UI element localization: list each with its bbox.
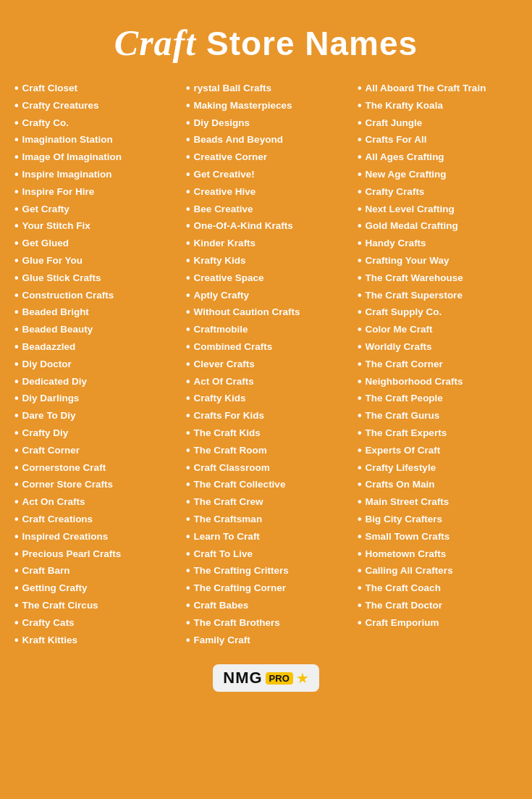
list-item: •All Aboard The Craft Train — [358, 81, 518, 96]
list-item: •Get Crafty — [14, 202, 174, 217]
bullet-icon: • — [358, 185, 362, 200]
list-item: •Calling All Crafters — [358, 564, 518, 579]
list-item: •Next Level Crafting — [358, 202, 518, 217]
list-item: •Craft Closet — [14, 81, 174, 96]
bullet-icon: • — [186, 202, 190, 217]
bullet-icon: • — [358, 322, 362, 338]
bullet-icon: • — [186, 409, 190, 424]
footer: NMG PRO ★ — [14, 664, 518, 692]
list-item-text: Neighborhood Crafts — [366, 375, 463, 389]
list-item: •Inspire Imagination — [14, 167, 174, 183]
page-title: Craft Store Names — [14, 22, 518, 64]
list-item-text: Big City Crafters — [366, 512, 443, 527]
list-item-text: Kinder Krafts — [194, 236, 256, 251]
column-1: •Craft Closet•Crafty Creatures•Crafty Co… — [14, 81, 180, 650]
list-item: •The Craft Circus — [14, 598, 174, 614]
list-item: •One-Of-A-Kind Krafts — [186, 219, 346, 234]
list-item: •Your Stitch Fix — [14, 219, 174, 234]
list-item: •Dedicated Diy — [14, 375, 174, 390]
bullet-icon: • — [14, 185, 19, 200]
list-item-text: Getting Crafty — [22, 581, 88, 595]
nmg-text: NMG — [223, 669, 262, 687]
list-item-text: Act Of Crafts — [194, 375, 254, 389]
columns-container: •Craft Closet•Crafty Creatures•Crafty Co… — [14, 81, 518, 650]
list-item-text: The Craft Corner — [366, 357, 443, 372]
bullet-icon: • — [186, 81, 190, 96]
list-item: •Crafts On Main — [358, 477, 518, 493]
bullet-icon: • — [358, 477, 362, 493]
list-item-text: Crafting Your Way — [366, 254, 449, 268]
list-item: •Creative Corner — [186, 150, 346, 165]
list-item-text: The Craft Kids — [194, 426, 261, 440]
list-item-text: Craft Closet — [22, 81, 78, 96]
list-item: •Dare To Diy — [14, 409, 174, 424]
list-item: •Craft Creations — [14, 512, 174, 527]
list-item-text: Get Crafty — [22, 202, 69, 217]
list-item: •Clever Crafts — [186, 357, 346, 372]
list-item-text: Image Of Imagination — [22, 150, 122, 164]
bullet-icon: • — [186, 530, 190, 545]
bullet-icon: • — [14, 375, 19, 390]
list-item-text: Crafty Co. — [22, 116, 69, 130]
list-item-text: Cornerstone Craft — [22, 461, 106, 475]
list-item: •Small Town Crafts — [358, 530, 518, 545]
list-item-text: Krafty Kids — [194, 254, 246, 268]
bullet-icon: • — [358, 202, 362, 217]
list-item-text: The Craft Brothers — [194, 616, 280, 630]
list-item: •Precious Pearl Crafts — [14, 547, 174, 562]
bullet-icon: • — [358, 530, 362, 545]
list-item-text: Gold Medal Crafting — [366, 219, 458, 233]
list-item-text: Family Craft — [194, 633, 250, 648]
list-item: •Hometown Crafts — [358, 547, 518, 562]
list-item: •Making Masterpieces — [186, 99, 346, 114]
bullet-icon: • — [358, 254, 362, 269]
title-craft: Craft — [114, 22, 196, 63]
list-item-text: Act On Crafts — [22, 495, 85, 509]
bullet-icon: • — [358, 461, 362, 476]
list-item-text: The Craft Superstore — [366, 288, 463, 303]
list-item-text: Beaded Bright — [22, 305, 89, 319]
list-item: •Craft Supply Co. — [358, 305, 518, 320]
bullet-icon: • — [358, 116, 362, 131]
list-item: •Kinder Krafts — [186, 236, 346, 251]
list-item-text: Craft Barn — [22, 564, 70, 578]
list-item: •Crafty Kids — [186, 391, 346, 406]
list-item-text: The Crafting Corner — [194, 581, 287, 595]
list-item: •Crafts For Kids — [186, 409, 346, 424]
bullet-icon: • — [186, 305, 190, 320]
bullet-icon: • — [14, 116, 19, 131]
list-item-text: Dedicated Diy — [22, 375, 87, 389]
bullet-icon: • — [186, 167, 190, 183]
bullet-icon: • — [358, 598, 362, 614]
bullet-icon: • — [186, 254, 190, 269]
bullet-icon: • — [186, 616, 190, 631]
list-item-text: Precious Pearl Crafts — [22, 547, 122, 561]
list-item: •Get Creative! — [186, 167, 346, 183]
list-item: •The Craft Gurus — [358, 409, 518, 424]
list-item: •Crafty Diy — [14, 426, 174, 441]
list-item: •The Craft Experts — [358, 426, 518, 441]
bullet-icon: • — [14, 443, 19, 459]
list-item: •Crafty Creatures — [14, 99, 174, 114]
bullet-icon: • — [358, 219, 362, 234]
list-item-text: The Craft Collective — [194, 477, 286, 492]
bullet-icon: • — [358, 426, 362, 441]
bullet-icon: • — [358, 167, 362, 183]
list-item-text: The Craft Doctor — [366, 598, 443, 613]
list-item: •The Craft Coach — [358, 581, 518, 596]
list-item-text: Crafty Crafts — [366, 185, 425, 199]
list-item-text: Craft Corner — [22, 443, 80, 458]
bullet-icon: • — [186, 322, 190, 338]
title-area: Craft Store Names — [14, 14, 518, 64]
list-item-text: Get Glued — [22, 236, 69, 251]
bullet-icon: • — [14, 271, 19, 286]
bullet-icon: • — [14, 512, 19, 527]
list-item: •Imagination Station — [14, 133, 174, 148]
list-item-text: Combined Crafts — [194, 340, 273, 354]
bullet-icon: • — [186, 271, 190, 286]
bullet-icon: • — [186, 391, 190, 406]
list-item: •Aptly Crafty — [186, 288, 346, 304]
list-item: •Glue For You — [14, 254, 174, 269]
list-item-text: Inspire Imagination — [22, 167, 112, 182]
list-item-text: Get Creative! — [194, 167, 255, 182]
